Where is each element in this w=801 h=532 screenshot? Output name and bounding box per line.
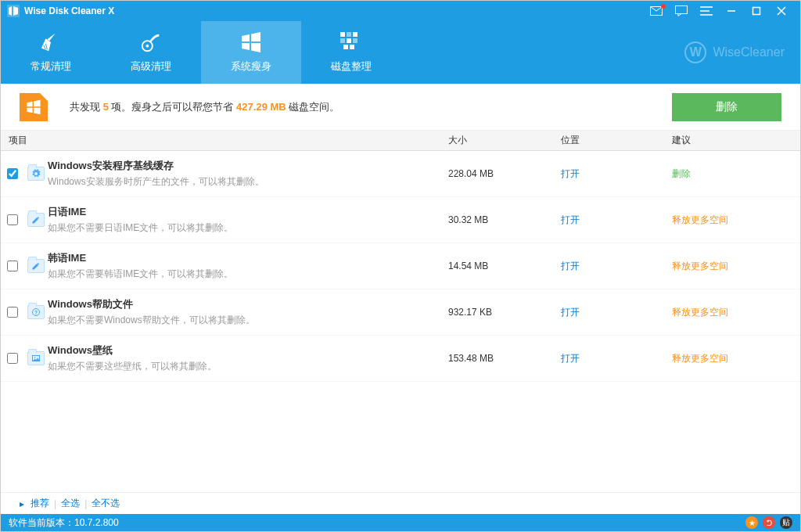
svg-rect-2: [676, 6, 688, 14]
svg-rect-21: [350, 45, 354, 49]
statusbar: 软件当前版本：10.7.2.800 ★ ᕤ 贴: [1, 514, 800, 531]
defrag-icon: [340, 31, 362, 53]
row-desc: Windows安装服务时所产生的文件，可以将其删除。: [48, 175, 448, 189]
table-row: Windows壁纸如果您不需要这些壁纸，可以将其删除。153.48 MB打开释放…: [1, 336, 800, 382]
close-button[interactable]: [769, 1, 794, 21]
svg-rect-15: [347, 32, 351, 37]
row-checkbox[interactable]: [7, 214, 18, 225]
folder-icon: [27, 213, 45, 227]
delete-button[interactable]: 删除: [672, 93, 781, 121]
row-checkbox[interactable]: [7, 307, 18, 318]
table-body: Windows安装程序基线缓存Windows安装服务时所产生的文件，可以将其删除…: [1, 151, 800, 492]
row-checkbox[interactable]: [7, 261, 18, 271]
app-title: Wise Disk Cleaner X: [24, 5, 114, 16]
row-size: 932.17 KB: [448, 307, 561, 318]
version-text: 软件当前版本：10.7.2.800: [9, 516, 745, 530]
tab-common-clean[interactable]: 常规清理: [1, 21, 101, 84]
row-desc: 如果您不需要这些壁纸，可以将其删除。: [48, 360, 448, 373]
brand-icon: W: [684, 41, 706, 63]
weibo-icon[interactable]: ᕤ: [763, 516, 775, 529]
svg-rect-19: [353, 38, 357, 43]
broom-icon: [40, 31, 62, 53]
open-link[interactable]: 打开: [561, 168, 580, 179]
row-size: 14.54 MB: [448, 261, 561, 271]
row-title: Windows壁纸: [48, 343, 448, 358]
summary-icon: [20, 93, 48, 121]
tab-label: 磁盘整理: [331, 59, 372, 74]
footer-links: ▸推荐 | 全选 | 全不选: [1, 492, 800, 514]
minimize-button[interactable]: [719, 1, 744, 21]
col-size: 大小: [448, 134, 561, 147]
col-suggestion: 建议: [672, 134, 800, 147]
social-icon-1[interactable]: ★: [745, 516, 758, 529]
link-recommend[interactable]: 推荐: [31, 497, 49, 510]
row-size: 30.32 MB: [448, 214, 561, 225]
svg-rect-18: [347, 38, 351, 43]
row-suggestion: 释放更多空间: [672, 306, 800, 319]
svg-rect-17: [340, 38, 345, 43]
tab-label: 常规清理: [31, 59, 71, 74]
open-link[interactable]: 打开: [561, 261, 580, 271]
row-suggestion: 释放更多空间: [672, 352, 800, 365]
folder-icon: [27, 167, 45, 181]
link-select-none[interactable]: 全不选: [92, 497, 120, 510]
table-row: 日语IME如果您不需要日语IME文件，可以将其删除。30.32 MB打开释放更多…: [1, 197, 800, 243]
vacuum-icon: [140, 31, 162, 53]
row-size: 153.48 MB: [448, 353, 561, 364]
tabbar: 常规清理 高级清理 系统瘦身 磁盘整理 W WiseCleaner: [1, 21, 800, 84]
svg-point-13: [145, 45, 149, 48]
summary-bar: 共发现 5 项。瘦身之后可以帮您节省 427.29 MB 磁盘空间。 删除: [1, 84, 800, 131]
row-desc: 如果您不需要韩语IME文件，可以将其删除。: [48, 268, 448, 281]
col-item: 项目: [1, 134, 448, 147]
tab-defrag[interactable]: 磁盘整理: [301, 21, 401, 84]
col-location: 位置: [561, 134, 672, 147]
folder-icon: [27, 259, 45, 273]
svg-rect-14: [340, 32, 345, 37]
svg-rect-16: [353, 32, 357, 37]
tab-label: 高级清理: [131, 59, 171, 74]
table-row: Windows安装程序基线缓存Windows安装服务时所产生的文件，可以将其删除…: [1, 151, 800, 197]
table-row: ?Windows帮助文件如果您不需要Windows帮助文件，可以将其删除。932…: [1, 289, 800, 336]
mail-icon[interactable]: [644, 1, 669, 21]
link-select-all[interactable]: 全选: [61, 497, 80, 510]
row-checkbox[interactable]: [7, 353, 18, 364]
table-row: 韩语IME如果您不需要韩语IME文件，可以将其删除。14.54 MB打开释放更多…: [1, 243, 800, 289]
table-header: 项目 大小 位置 建议: [1, 131, 800, 151]
social-icon-3[interactable]: 贴: [780, 516, 792, 529]
row-size: 228.04 MB: [448, 168, 561, 179]
brand-logo: W WiseCleaner: [684, 41, 785, 63]
menu-icon[interactable]: [694, 1, 719, 21]
social-icons: ★ ᕤ 贴: [745, 516, 792, 529]
windows-icon: [240, 31, 262, 53]
svg-point-25: [34, 357, 36, 358]
row-suggestion: 删除: [672, 167, 800, 181]
tab-system-slim[interactable]: 系统瘦身: [201, 21, 301, 84]
tab-advanced-clean[interactable]: 高级清理: [101, 21, 201, 84]
folder-icon: ?: [27, 305, 45, 319]
maximize-button[interactable]: [744, 1, 769, 21]
svg-text:?: ?: [34, 310, 38, 315]
open-link[interactable]: 打开: [561, 214, 580, 225]
feedback-icon[interactable]: [669, 1, 694, 21]
row-desc: 如果您不需要Windows帮助文件，可以将其删除。: [48, 314, 448, 327]
app-window: Wise Disk Cleaner X 常规清理: [0, 0, 801, 532]
row-checkbox[interactable]: [7, 168, 18, 179]
summary-text: 共发现 5 项。瘦身之后可以帮您节省 427.29 MB 磁盘空间。: [70, 100, 672, 114]
app-icon: [7, 5, 20, 17]
svg-rect-20: [343, 45, 348, 49]
titlebar: Wise Disk Cleaner X: [1, 1, 800, 21]
row-desc: 如果您不需要日语IME文件，可以将其删除。: [48, 221, 448, 235]
row-title: Windows帮助文件: [48, 297, 448, 311]
open-link[interactable]: 打开: [561, 353, 580, 364]
brand-name: WiseCleaner: [713, 45, 785, 59]
tab-label: 系统瘦身: [231, 59, 271, 74]
folder-icon: [27, 351, 45, 365]
row-title: 韩语IME: [48, 251, 448, 265]
row-title: 日语IME: [48, 205, 448, 219]
svg-rect-7: [753, 8, 760, 15]
row-suggestion: 释放更多空间: [672, 214, 800, 227]
open-link[interactable]: 打开: [561, 307, 580, 318]
row-title: Windows安装程序基线缓存: [48, 159, 448, 173]
row-suggestion: 释放更多空间: [672, 260, 800, 273]
